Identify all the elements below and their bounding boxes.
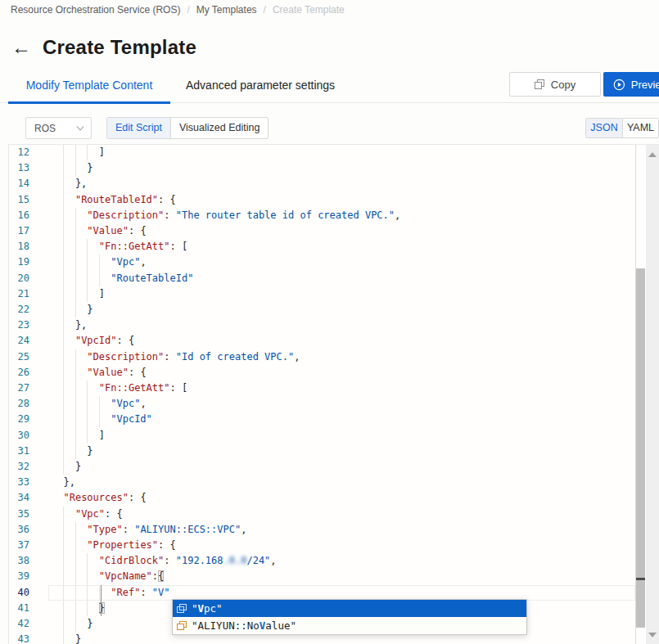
chevron-down-icon [76, 126, 84, 131]
breadcrumb-separator: / [257, 4, 273, 16]
overview-ruler-cursor-marker [636, 578, 645, 580]
line-number: 15 [9, 192, 29, 208]
code-editor[interactable]: 12 ]13 }14 },15 "RouteTableId": {16 "Des… [8, 144, 659, 644]
preview-button[interactable]: Preview [603, 72, 659, 97]
code-line-text: "Value": { [52, 223, 147, 239]
code-line-29[interactable]: 29 "VpcId" [9, 412, 643, 427]
line-number: 28 [9, 396, 29, 412]
code-line-36[interactable]: 36 "Type": "ALIYUN::ECS::VPC", [9, 522, 643, 538]
engine-select[interactable]: ROS [25, 117, 92, 139]
line-number: 23 [9, 317, 29, 333]
code-line-text: "Vpc": { [52, 507, 123, 522]
code-line-22[interactable]: 22 } [9, 302, 643, 317]
code-line-27[interactable]: 27 "Fn::GetAtt": [ [9, 381, 643, 396]
line-number: 19 [9, 254, 29, 270]
create-template-page: { "breadcrumb": { "separator": "/", "ite… [0, 0, 659, 644]
line-number: 24 [9, 333, 29, 349]
copy-button[interactable]: Copy [509, 72, 601, 97]
code-line-text: "Description": "The router table id of c… [52, 208, 400, 223]
code-line-text: } [52, 616, 93, 632]
scrollbar-track[interactable] [646, 145, 659, 644]
code-line-24[interactable]: 24 "VpcId": { [9, 333, 643, 349]
edit-mode-toggle: Edit Script Visualized Editing [106, 117, 269, 139]
code-line-39[interactable]: 39 "VpcName":{ [9, 569, 643, 584]
code-line-25[interactable]: 25 "Description": "Id of created VPC.", [9, 349, 643, 365]
code-line-17[interactable]: 17 "Value": { [9, 223, 643, 239]
code-line-text: "VpcId" [52, 412, 152, 427]
code-line-text: } [52, 459, 81, 475]
code-line-19[interactable]: 19 "Vpc", [9, 254, 643, 270]
code-line-text: } [52, 601, 105, 616]
line-number: 36 [9, 522, 29, 538]
code-line-text: "Description": "Id of created VPC.", [52, 349, 300, 365]
line-number: 12 [9, 145, 29, 160]
format-toggle: JSON YAML [585, 118, 659, 138]
reference-icon [176, 603, 187, 615]
code-line-text: "Fn::GetAtt": [ [52, 239, 187, 254]
code-line-34[interactable]: 34 "Resources": { [9, 490, 643, 506]
code-line-20[interactable]: 20 "RouteTableId" [9, 271, 643, 286]
active-indent-guide [101, 585, 102, 616]
code-line-21[interactable]: 21 ] [9, 286, 643, 302]
code-line-text: ] [52, 286, 105, 302]
active-tab-underline [8, 101, 170, 104]
tab-advanced-parameter-settings[interactable]: Advanced parameter settings [186, 70, 335, 103]
json-toggle-button[interactable]: JSON [586, 119, 622, 137]
code-line-text: }, [52, 475, 75, 490]
yaml-toggle-button[interactable]: YAML [622, 119, 658, 137]
code-line-18[interactable]: 18 "Fn::GetAtt": [ [9, 239, 643, 254]
line-number: 38 [9, 553, 29, 569]
visualized-editing-button[interactable]: Visualized Editing [170, 118, 268, 138]
code-line-33[interactable]: 33 }, [9, 475, 643, 490]
code-line-23[interactable]: 23 }, [9, 317, 643, 333]
line-number: 41 [9, 601, 29, 616]
code-line-text: ] [52, 145, 105, 160]
suggest-item-label: "Vpc" [192, 602, 223, 615]
breadcrumb: Resource Orchestration Service (ROS)/My … [11, 4, 345, 16]
code-line-32[interactable]: 32 } [9, 459, 643, 475]
code-line-text: "VpcName":{ [52, 569, 164, 584]
edit-script-button[interactable]: Edit Script [107, 118, 170, 138]
scrollbar-down-arrow-icon[interactable] [648, 633, 657, 637]
line-number: 35 [9, 507, 29, 522]
suggest-item-vpc[interactable]: "Vpc" [173, 600, 526, 617]
preview-play-icon [613, 79, 625, 91]
back-arrow-button[interactable]: ← [11, 34, 31, 61]
breadcrumb-item-my-templates[interactable]: My Templates [196, 4, 257, 16]
code-line-14[interactable]: 14 }, [9, 176, 643, 191]
line-number: 32 [9, 459, 29, 475]
code-line-text: "Fn::GetAtt": [ [52, 381, 187, 396]
code-line-30[interactable]: 30 ] [9, 428, 643, 444]
code-line-37[interactable]: 37 "Properties": { [9, 538, 643, 553]
page-title: Create Template [43, 36, 196, 59]
engine-select-value: ROS [34, 123, 56, 134]
line-number: 18 [9, 239, 29, 254]
copy-icon [535, 79, 545, 90]
line-number: 37 [9, 538, 29, 553]
tab-modify-template-content[interactable]: Modify Template Content [8, 70, 170, 103]
code-line-31[interactable]: 31 } [9, 444, 643, 459]
line-number: 20 [9, 271, 29, 286]
code-line-13[interactable]: 13 } [9, 160, 643, 176]
code-line-38[interactable]: 38 "CidrBlock": "192.168.0.0/24", [9, 553, 643, 569]
scrollbar-up-arrow-icon[interactable] [648, 152, 657, 157]
code-line-35[interactable]: 35 "Vpc": { [9, 507, 643, 522]
line-number: 43 [9, 632, 29, 644]
line-number: 17 [9, 223, 29, 239]
code-line-15[interactable]: 15 "RouteTableId": { [9, 192, 643, 208]
code-line-text: }, [52, 317, 87, 333]
code-line-text: } [52, 160, 93, 176]
suggest-item-aliyun-novalue[interactable]: "ALIYUN::NoValue" [173, 617, 526, 634]
code-line-text: "RouteTableId": { [52, 192, 176, 208]
code-line-text: "Resources": { [52, 490, 147, 506]
preview-button-label: Preview [631, 79, 659, 91]
editor-scrollbar-thumb[interactable] [636, 268, 645, 628]
code-line-26[interactable]: 26 "Value": { [9, 365, 643, 381]
code-line-28[interactable]: 28 "Vpc", [9, 396, 643, 412]
copy-button-label: Copy [551, 79, 575, 91]
code-line-16[interactable]: 16 "Description": "The router table id o… [9, 208, 643, 223]
line-number: 31 [9, 444, 29, 459]
code-line-12[interactable]: 12 ] [9, 145, 643, 160]
breadcrumb-item-ros[interactable]: Resource Orchestration Service (ROS) [11, 4, 180, 16]
current-line-highlight [48, 585, 635, 601]
